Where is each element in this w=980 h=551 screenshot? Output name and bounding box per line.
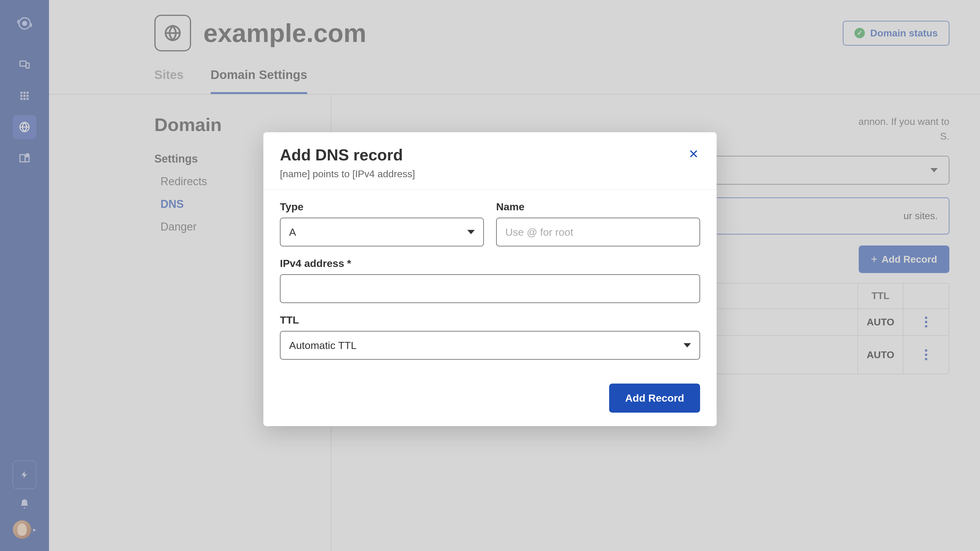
modal-body: Type A Name IPv4 address * TTL Automatic… xyxy=(263,190,717,374)
name-label: Name xyxy=(496,201,700,213)
modal-title: Add DNS record xyxy=(280,146,415,164)
ttl-label: TTL xyxy=(280,314,700,326)
name-input[interactable] xyxy=(496,218,700,246)
ipv4-label: IPv4 address * xyxy=(280,257,700,269)
ipv4-input[interactable] xyxy=(280,274,700,303)
modal-submit-button[interactable]: Add Record xyxy=(609,384,700,413)
type-label: Type xyxy=(280,201,484,213)
modal-header: Add DNS record [name] points to [IPv4 ad… xyxy=(263,132,717,190)
type-select[interactable]: A xyxy=(280,218,484,246)
modal-close-button[interactable]: ✕ xyxy=(687,146,700,162)
chevron-down-icon xyxy=(684,343,691,348)
chevron-down-icon xyxy=(467,230,475,234)
add-dns-record-modal: Add DNS record [name] points to [IPv4 ad… xyxy=(263,132,717,426)
modal-subtitle: [name] points to [IPv4 address] xyxy=(280,168,415,180)
modal-footer: Add Record xyxy=(263,374,717,426)
close-icon: ✕ xyxy=(689,147,699,161)
ttl-select[interactable]: Automatic TTL xyxy=(280,331,700,360)
